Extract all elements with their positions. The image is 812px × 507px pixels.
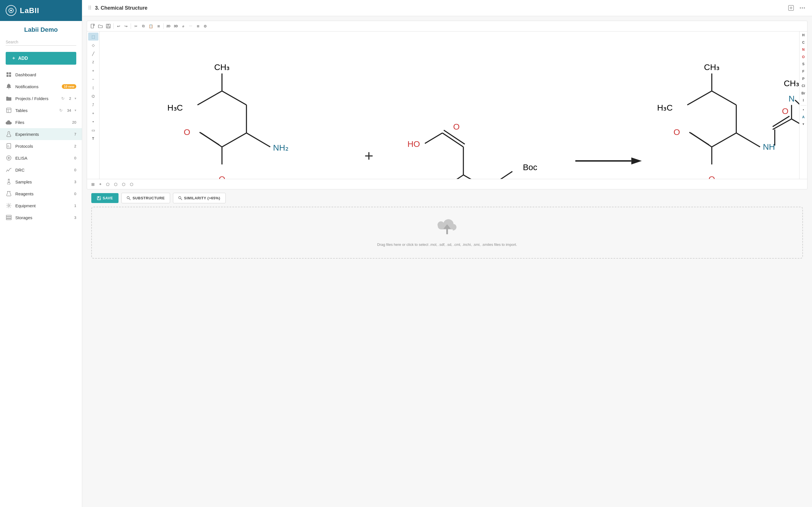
element-P[interactable]: P [802,76,805,82]
chem-canvas-area: ⬚ ◇ ╱ Z + − [ ⌬ ⤴ + • ▭ T [87,32,807,179]
sidebar-item-tables[interactable]: Tables ↻ 34 ▾ [0,104,82,116]
benzene-button[interactable]: ⬡ [120,181,127,187]
sidebar-item-elisa[interactable]: ELISA 0 [0,152,82,164]
3d-button[interactable]: 3D [172,23,179,30]
select-tool-button[interactable]: ⬚ [88,33,98,41]
save-button[interactable]: SAVE [91,193,118,203]
element-I[interactable]: I [802,98,804,104]
notifications-badge: 10 new [62,84,76,89]
svg-rect-29 [91,24,94,28]
element-C[interactable]: C [802,40,805,46]
similarity-button[interactable]: SIMILARITY (>65%) [173,193,226,203]
element-H[interactable]: H [802,33,805,38]
svg-text:NH: NH [763,142,775,152]
substructure-button[interactable]: SUBSTRUCTURE [121,193,170,203]
open-file-button[interactable] [97,23,104,30]
svg-line-35 [197,91,222,105]
sidebar-item-drc[interactable]: DRC 0 [0,164,82,176]
cut-button[interactable]: ✂ [132,23,139,30]
sidebar-item-projects[interactable]: Projects / Folders ↻ 2 ▾ [0,93,82,104]
ring-large-button[interactable]: ⬡ [128,181,135,187]
clean-button[interactable]: ⊞ [194,23,201,30]
element-dot[interactable]: • [802,107,804,113]
drag-handle-icon[interactable]: ⠿ [88,5,92,11]
svg-marker-66 [631,157,642,164]
sidebar: LaBII Labii Demo ＋ ADD Dashboard Notific… [0,0,82,507]
chain-tool-button[interactable]: Z [88,58,98,66]
rect-tool-button[interactable]: ▭ [88,126,98,134]
zoom-in-button[interactable]: + [88,67,98,74]
template-tool-button[interactable]: ⌬ [88,92,98,100]
element-O[interactable]: O [802,54,805,60]
arrow-tool-button[interactable]: + [88,109,98,117]
bracket-tool-button[interactable]: [ [88,83,98,92]
projects-count: 2 [69,97,71,101]
point-tool-button[interactable]: • [88,118,98,126]
element-F[interactable]: F [802,69,805,74]
sidebar-item-equipment[interactable]: Equipment 1 [0,200,82,212]
svg-point-19 [8,205,10,207]
text-tool-button[interactable]: T [88,135,98,143]
redo-button[interactable]: ↪ [122,23,129,30]
toolbar-sep-2 [131,23,131,29]
more-options-button[interactable] [798,4,806,12]
new-file-button[interactable] [89,23,96,30]
element-Cl[interactable]: Cl [801,83,806,89]
equipment-count: 1 [74,204,76,208]
add-button[interactable]: ＋ ADD [6,52,76,65]
sidebar-item-files[interactable]: Files 20 [0,116,82,128]
elisa-label: ELISA [15,156,71,161]
svg-text:H₃C: H₃C [657,103,673,112]
sidebar-item-protocols[interactable]: A Protocols 2 [0,140,82,152]
similarity-button-label: SIMILARITY (>65%) [184,196,220,200]
svg-line-99 [129,199,130,200]
select-all-button[interactable]: ⊞ [155,23,162,30]
svg-point-100 [179,196,181,199]
chain-button[interactable]: ⋯ [187,23,194,30]
2d-button[interactable]: 2D [165,23,172,30]
sidebar-item-experiments[interactable]: Experiments 7 [0,128,82,140]
sidebar-item-storages[interactable]: Storages 3 [0,212,82,223]
svg-rect-1 [9,72,11,74]
add-section-button[interactable] [787,4,795,12]
element-Br[interactable]: Br [801,91,806,97]
table-icon [6,107,12,113]
atom-map-button[interactable]: ⌖ [98,181,103,187]
lasso-tool-button[interactable]: ⤴ [88,101,98,109]
svg-text:CH₃: CH₃ [784,78,799,88]
svg-text:+: + [364,147,373,164]
sidebar-item-dashboard[interactable]: Dashboard [0,69,82,80]
bond-tool-button[interactable]: ╱ [88,50,98,58]
element-S[interactable]: S [802,62,805,67]
chem-bottom-toolbar: ⊞ ⌖ ⬠ ⬡ ⬡ ⬡ [87,179,807,189]
drc-count: 0 [74,168,76,172]
zoom-out-button[interactable]: − [88,75,98,83]
elisa-count: 0 [74,156,76,160]
element-N[interactable]: N [802,47,805,53]
svg-line-92 [792,119,799,129]
ring-button[interactable]: ⌀ [180,23,186,30]
pentagon-button[interactable]: ⬠ [105,181,111,187]
sidebar-item-reagents[interactable]: Reagents 0 [0,188,82,200]
svg-rect-97 [98,198,100,200]
search-input[interactable] [6,39,76,46]
upload-zone[interactable]: Drag files here or click to select .mol,… [91,207,803,259]
element-A[interactable]: A [802,115,805,120]
save-file-button[interactable] [105,23,112,30]
svg-rect-20 [6,215,11,217]
copy-button[interactable]: ⧉ [140,23,147,30]
equipment-icon [6,203,12,209]
sidebar-item-notifications[interactable]: Notifications 10 new [0,80,82,93]
sidebar-item-samples[interactable]: Samples 3 [0,176,82,188]
undo-button[interactable]: ↩ [115,23,122,30]
paste-button[interactable]: 📋 [147,23,155,30]
hexagon-button[interactable]: ⬡ [113,181,119,187]
settings-button[interactable]: ⚙ [202,23,209,30]
header-right [787,4,806,12]
element-arrow-down[interactable]: ▼ [802,122,806,126]
experiments-count: 7 [74,132,76,136]
erase-tool-button[interactable]: ◇ [88,41,98,49]
svg-line-60 [491,172,512,179]
chem-canvas[interactable]: CH₃ H₃C O [100,32,799,179]
zoom-fit-button[interactable]: ⊞ [90,181,96,187]
